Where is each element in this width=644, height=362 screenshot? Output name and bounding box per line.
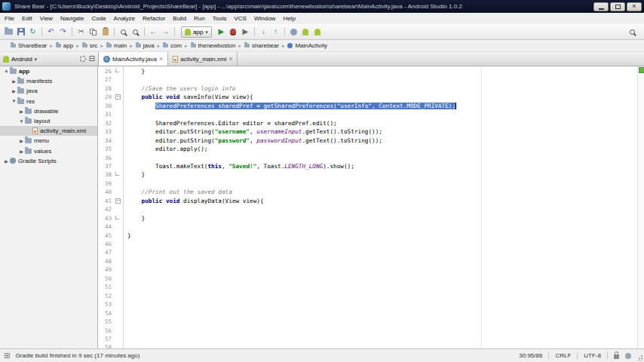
find-icon[interactable] [118,26,129,38]
code-line[interactable]: } [127,214,145,222]
menu-help[interactable]: Help [279,14,299,23]
fold-marker-end-icon[interactable] [115,172,119,176]
sync-icon[interactable]: ↻ [27,26,38,38]
tree-item-menu[interactable]: ▶menu [0,136,97,146]
collapse-arrow-icon[interactable]: ▼ [18,119,25,124]
breadcrumb-item-sharebear[interactable]: sharebear [244,42,279,49]
encoding-indicator[interactable]: UTF-8 [584,352,601,359]
code-line[interactable]: editor.putString("password", passwordInp… [127,137,382,145]
replace-icon[interactable] [130,26,141,38]
close-button[interactable]: × [627,2,642,11]
project-panel-header[interactable]: Android ▾ ⊟ [0,52,98,66]
forward-icon[interactable]: → [160,26,171,38]
breadcrumb-item-com[interactable]: com [163,42,182,49]
error-stripe[interactable] [637,66,644,348]
collapse-arrow-icon[interactable]: ▼ [11,99,17,103]
breadcrumb-item-app[interactable]: app [56,42,73,49]
expand-arrow-icon[interactable]: ▶ [3,158,10,164]
undo-icon[interactable]: ↶ [45,26,57,38]
tree-item-app[interactable]: ▼app [0,66,97,76]
expand-arrow-icon[interactable]: ▶ [18,149,25,154]
code-line[interactable]: public void saveInfo(View view){ [127,93,253,101]
lock-icon[interactable] [614,354,619,359]
avd-manager-icon[interactable] [300,26,311,38]
hector-inspector-icon[interactable] [625,353,631,359]
code-line[interactable]: } [127,232,131,240]
debug-icon[interactable] [228,26,239,38]
inspection-status-icon[interactable] [639,67,644,73]
search-everywhere-icon[interactable] [627,26,638,38]
code-line[interactable]: } [127,170,145,179]
menu-tools[interactable]: Tools [209,14,231,23]
tab-mainactivity-java[interactable]: C MainActivity.java × [98,52,168,66]
tree-item-manifests[interactable]: ▶manifests [0,76,97,86]
tree-item-layout[interactable]: ▼layout [0,116,97,126]
gradle-sync-icon[interactable] [288,26,299,38]
expand-arrow-icon[interactable]: ▶ [18,109,25,114]
coverage-icon[interactable]: ▶ [240,26,251,38]
menu-file[interactable]: File [1,14,18,23]
fold-marker-end-icon[interactable] [115,216,119,219]
code-line[interactable]: Toast.makeText(this, "Saved!", Toast.LEN… [127,162,354,170]
breadcrumb-item-main[interactable]: main [106,42,127,49]
expand-arrow-icon[interactable]: ▶ [11,78,17,84]
sdk-manager-icon[interactable] [312,26,324,38]
close-tab-icon[interactable]: × [159,56,163,63]
paste-icon[interactable] [100,26,111,38]
tree-item-gradle-scripts[interactable]: ▶Gradle Scripts [0,156,97,166]
tool-windows-toggle-icon[interactable]: ⊞ [4,352,10,360]
fold-marker-open-icon[interactable]: − [115,94,121,100]
code-line[interactable]: SharedPreferences.Editor editor = shared… [127,119,337,127]
menu-refactor[interactable]: Refactor [139,14,169,23]
fold-marker-open-icon[interactable]: − [115,198,121,204]
breadcrumb-item-mainactivity[interactable]: MainActivity [287,42,327,49]
code-line[interactable]: editor.apply(); [127,145,207,153]
menu-view[interactable]: View [36,14,57,23]
back-icon[interactable]: ← [148,26,159,38]
editor[interactable]: } //Save the users login info public voi… [124,66,637,348]
code-line[interactable]: //Save the users login info [127,84,235,93]
maximize-button[interactable] [610,2,625,11]
resize-grip[interactable] [637,355,642,360]
expand-arrow-icon[interactable]: ▶ [18,138,25,143]
open-icon[interactable] [3,26,14,38]
tree-item-res[interactable]: ▼res [0,97,97,106]
commit-icon[interactable]: ↑ [270,26,281,38]
close-tab-icon[interactable]: × [228,56,232,63]
minimize-button[interactable] [593,2,609,11]
breadcrumb-item-src[interactable]: src [82,42,98,49]
cut-icon[interactable]: ✂ [75,26,87,38]
code-line[interactable]: editor.putString("username", usernameInp… [127,127,382,136]
run-config-selector[interactable]: app ▾ [181,26,212,38]
expand-arrow-icon[interactable]: ▶ [11,88,17,94]
breadcrumb-item-sharebear[interactable]: ShareBear [11,42,47,49]
save-icon[interactable] [15,26,26,38]
update-project-icon[interactable]: ↓ [258,26,269,38]
code-line[interactable]: public void displayData(View view){ [127,197,264,205]
project-view-selector[interactable]: Android [11,56,32,63]
code-line[interactable]: SharedPreferences sharedPref = getShared… [127,102,456,110]
tab-activity-main-xml[interactable]: activity_main.xml × [168,52,238,66]
copy-icon[interactable] [87,26,99,38]
collapse-all-icon[interactable]: ⊟ [89,55,95,63]
line-ending-indicator[interactable]: CRLF [555,352,571,359]
breadcrumb-item-thenewboston[interactable]: thenewboston [191,42,236,49]
redo-icon[interactable]: ↷ [57,26,69,38]
fold-marker-end-icon[interactable] [115,69,119,72]
collapse-arrow-icon[interactable]: ▼ [3,69,10,74]
settings-icon[interactable] [80,56,86,62]
tree-item-activity-main-xml[interactable]: activity_main.xml [0,126,97,136]
menu-run[interactable]: Run [190,14,209,23]
menu-navigate[interactable]: Navigate [57,14,88,23]
menu-build[interactable]: Build [169,14,190,23]
code-line[interactable]: } [127,67,145,75]
code-line[interactable]: //Print out the saved data [127,188,232,196]
breadcrumb-item-java[interactable]: java [136,42,155,49]
caret-position[interactable]: 30:95/86 [519,352,542,359]
menu-window[interactable]: Window [250,14,279,23]
menu-vcs[interactable]: VCS [230,14,250,23]
tree-item-drawable[interactable]: ▶drawable [0,106,97,116]
menu-analyze[interactable]: Analyze [110,14,139,23]
run-icon[interactable]: ▶ [216,26,227,38]
tree-item-java[interactable]: ▶java [0,86,97,96]
